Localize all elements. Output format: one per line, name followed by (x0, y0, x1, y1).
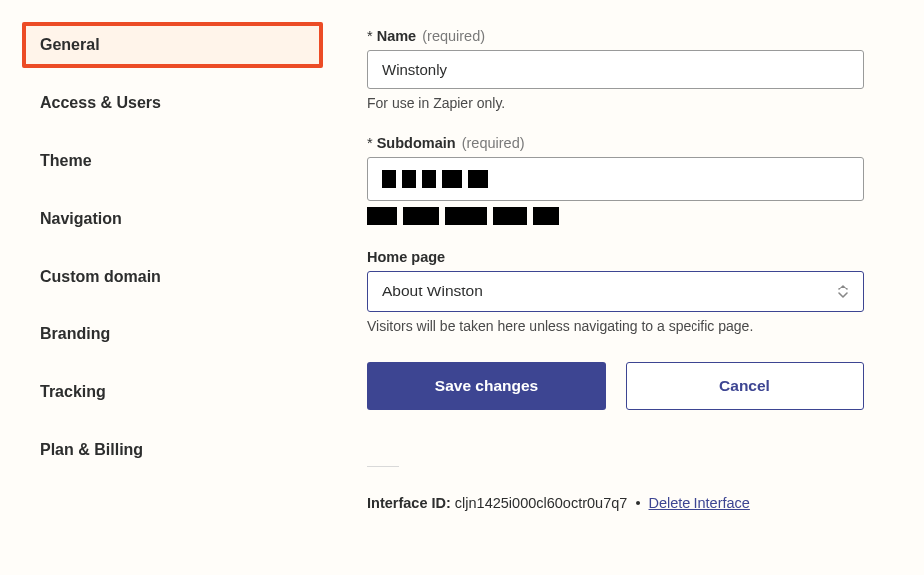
delete-interface-link[interactable]: Delete Interface (649, 495, 750, 511)
settings-main: * Name (required) For use in Zapier only… (339, 0, 924, 575)
name-label: * Name (required) (367, 28, 864, 44)
sidebar-item-branding[interactable]: Branding (22, 311, 323, 357)
name-input[interactable] (367, 50, 864, 89)
save-button[interactable]: Save changes (367, 362, 606, 410)
sidebar-item-navigation[interactable]: Navigation (22, 196, 323, 242)
homepage-helper: Visitors will be taken here unless navig… (367, 318, 864, 334)
sidebar-item-custom-domain[interactable]: Custom domain (22, 254, 323, 299)
homepage-select[interactable]: About Winston (367, 271, 864, 312)
subdomain-field-group: * Subdomain (required) (367, 135, 864, 225)
sidebar-item-access-users[interactable]: Access & Users (22, 80, 323, 126)
name-field-group: * Name (required) For use in Zapier only… (367, 28, 864, 111)
homepage-field-group: Home page About Winston Visitors will be… (367, 249, 864, 334)
interface-id-label: Interface ID: (367, 495, 451, 511)
sidebar-item-tracking[interactable]: Tracking (22, 369, 323, 415)
interface-id-value: cljn1425i000cl60octr0u7q7 (455, 495, 628, 511)
redacted-content (382, 170, 488, 188)
settings-sidebar: General Access & Users Theme Navigation … (0, 0, 339, 575)
divider (367, 466, 399, 467)
separator: • (635, 495, 640, 511)
footer-line: Interface ID: cljn1425i000cl60octr0u7q7 … (367, 495, 864, 511)
subdomain-input[interactable] (367, 157, 864, 201)
name-helper: For use in Zapier only. (367, 95, 864, 111)
homepage-label: Home page (367, 249, 864, 265)
sidebar-item-plan-billing[interactable]: Plan & Billing (22, 427, 323, 473)
cancel-button[interactable]: Cancel (626, 362, 864, 410)
subdomain-label: * Subdomain (required) (367, 135, 864, 151)
sidebar-item-theme[interactable]: Theme (22, 138, 323, 184)
sidebar-item-general[interactable]: General (22, 22, 323, 68)
redacted-helper (367, 207, 559, 225)
button-row: Save changes Cancel (367, 362, 864, 410)
